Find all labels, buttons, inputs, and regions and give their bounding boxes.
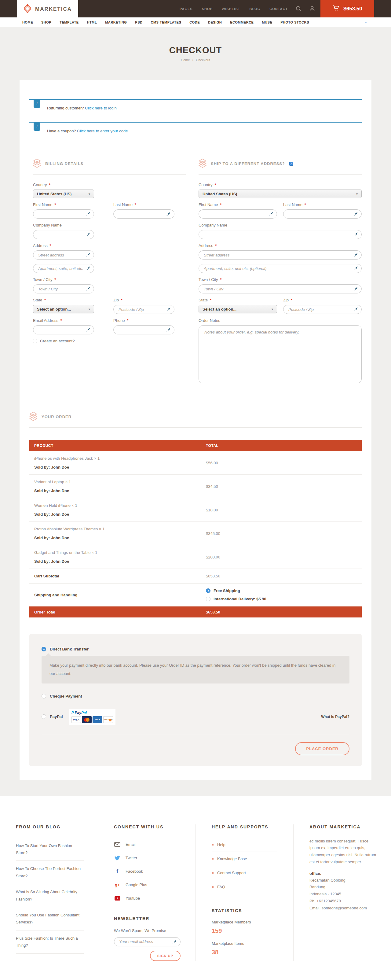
radio-icon[interactable] xyxy=(41,694,46,698)
billing-zip-input[interactable] xyxy=(113,305,175,314)
blog-link[interactable]: Plus Size Fashion: Is There Such a Thing… xyxy=(16,931,84,954)
autofill-icon xyxy=(353,266,358,271)
notice-link[interactable]: Click here to login xyxy=(85,106,116,110)
shipping-first-name-input[interactable] xyxy=(199,209,277,218)
payment-method-direct-bank-transfer[interactable]: Direct Bank Transfer xyxy=(41,647,350,651)
place-order-button[interactable]: PLACE ORDER xyxy=(295,742,350,755)
shipping-last-name-input[interactable] xyxy=(283,209,362,218)
billing-address2-input[interactable] xyxy=(33,264,94,273)
search-icon[interactable] xyxy=(296,6,302,12)
social-link-facebook[interactable]: fFacebook xyxy=(114,865,186,878)
footer-help-column: HELP AND SUPPORTS HelpKnowladge BaseCont… xyxy=(196,824,293,961)
field-label: Phone * xyxy=(113,318,175,323)
social-link-google-plus[interactable]: g+Google Plus xyxy=(114,878,186,892)
order-table: PRODUCTTOTALiPhone 5s with Headphones Ja… xyxy=(29,440,362,617)
billing-company-input[interactable] xyxy=(33,230,94,239)
order-notes-textarea[interactable] xyxy=(199,325,362,383)
shipping-city-input[interactable] xyxy=(199,284,362,293)
top-nav-item-shop[interactable]: SHOP xyxy=(202,7,213,11)
select-value: Select an option... xyxy=(37,307,71,312)
google-plus-icon: g+ xyxy=(114,883,121,887)
layers-icon xyxy=(29,412,37,422)
payment-method-cheque-payment[interactable]: Cheque Payment xyxy=(41,694,350,698)
required-asterisk: * xyxy=(214,243,217,248)
main-nav-item-shop[interactable]: SHOP xyxy=(41,21,51,24)
blog-link[interactable]: How To Choose The Perfect Fashion Store? xyxy=(16,861,84,884)
create-account-row[interactable]: Create an account? xyxy=(33,339,186,343)
social-link-twitter[interactable]: Twitter xyxy=(114,851,186,865)
main-nav-item-psd[interactable]: PSD xyxy=(135,21,142,24)
main-nav-item-home[interactable]: HOME xyxy=(22,21,33,24)
newsletter-email-input[interactable] xyxy=(114,937,181,947)
shipping-state-select[interactable]: Select an option...▾ xyxy=(199,305,277,313)
shipping-country-select[interactable]: United States (US)▾ xyxy=(199,189,362,198)
radio-icon[interactable] xyxy=(41,714,46,719)
shipping-company-input[interactable] xyxy=(199,230,362,239)
user-icon[interactable] xyxy=(310,6,315,12)
top-nav-item-blog[interactable]: BLOG xyxy=(249,7,260,11)
create-account-checkbox[interactable] xyxy=(33,339,37,343)
notice-link[interactable]: Click here to enter your code xyxy=(77,129,128,133)
shipping-address2-input[interactable] xyxy=(199,264,362,273)
shipping-zip-input[interactable] xyxy=(283,305,362,314)
product-cell: Variant of Laptop × 1Sold by: John Doe xyxy=(29,480,206,493)
main-nav-item-html[interactable]: HTML xyxy=(87,21,97,24)
shipping-address-input[interactable] xyxy=(199,250,362,259)
top-nav-item-wishlist[interactable]: WISHLIST xyxy=(222,7,240,11)
product-seller: Sold by: John Doe xyxy=(34,536,206,540)
column-product: PRODUCT xyxy=(29,444,206,448)
social-link-youtube[interactable]: Youtube xyxy=(114,892,186,905)
billing-country-select[interactable]: United States (US)▾ xyxy=(33,189,94,198)
signup-button[interactable]: SIGN UP xyxy=(150,951,181,961)
billing-last-name-input[interactable] xyxy=(113,209,175,218)
billing-city-input[interactable] xyxy=(33,284,94,293)
billing-phone-input[interactable] xyxy=(113,325,175,334)
ship-different-checkbox[interactable]: ✓ xyxy=(289,162,293,165)
main-nav-item-photo-stocks[interactable]: PHOTO STOCKS xyxy=(280,21,309,24)
billing-email-input[interactable] xyxy=(33,325,94,334)
blog-link[interactable]: How To Start Your Own Fashion Store? xyxy=(16,838,84,861)
brand-logo[interactable]: MARKETICA xyxy=(17,0,78,18)
product-seller: Sold by: John Doe xyxy=(34,465,206,469)
field-label: Last Name * xyxy=(113,202,175,207)
help-link-faq[interactable]: FAQ xyxy=(212,880,277,894)
radio-selected-icon[interactable] xyxy=(41,647,46,651)
form-row: Address * xyxy=(199,243,362,259)
cart-button[interactable]: $653.50 xyxy=(320,0,374,18)
shipping-option-international-delivery-5-90[interactable]: International Delivery: $5.90 xyxy=(206,597,362,601)
product-name: Gadget and Things on the Table × 1 xyxy=(34,550,206,555)
blog-link[interactable]: Should You Use Fashion Consultant Servic… xyxy=(16,907,84,931)
chevron-down-icon: ▾ xyxy=(89,192,90,196)
subtotal-label: Cart Subtotal xyxy=(29,574,206,578)
what-is-paypal-link[interactable]: What is PayPal? xyxy=(321,715,350,719)
autofill-icon xyxy=(166,307,171,312)
billing-first-name-input[interactable] xyxy=(33,209,94,218)
top-nav-item-pages[interactable]: PAGES xyxy=(180,7,193,11)
top-nav-item-contact[interactable]: CONTACT xyxy=(269,7,288,11)
blog-link[interactable]: What is So Alluring About Celebrity Fash… xyxy=(16,884,84,907)
billing-address-input[interactable] xyxy=(33,250,94,259)
main-nav-item-ecommerce[interactable]: ECOMMERCE xyxy=(230,21,254,24)
main-nav-item-code[interactable]: CODE xyxy=(189,21,200,24)
main-nav-item-marketing[interactable]: MARKETING xyxy=(105,21,127,24)
main-nav-item-template[interactable]: TEMPLATE xyxy=(60,21,78,24)
form-row: First Name *Last Name * xyxy=(33,202,186,218)
radio-selected-icon[interactable] xyxy=(206,589,210,593)
stat-value: 159 xyxy=(212,928,284,934)
help-link-knowladge-base[interactable]: Knowladge Base xyxy=(212,852,277,866)
payment-method-paypal[interactable]: PayPalP PayPalVISAAMEXDISCOVERWhat is Pa… xyxy=(41,709,350,725)
shipping-option-free-shipping[interactable]: Free Shipping xyxy=(206,589,362,593)
social-label: Email xyxy=(126,842,136,847)
autofill-icon xyxy=(353,253,358,258)
main-nav-item-design[interactable]: DESIGN xyxy=(208,21,222,24)
nav-expand-icon[interactable]: » xyxy=(364,20,367,24)
breadcrumb-home[interactable]: Home xyxy=(181,58,190,62)
main-nav-item-muse[interactable]: MUSE xyxy=(262,21,272,24)
help-link-contact-support[interactable]: Contact Support xyxy=(212,866,277,880)
social-link-email[interactable]: Email xyxy=(114,838,186,851)
field-label: First Name * xyxy=(33,202,94,207)
help-link-help[interactable]: Help xyxy=(212,838,277,852)
radio-icon[interactable] xyxy=(206,597,210,601)
billing-state-select[interactable]: Select an option...▾ xyxy=(33,305,94,313)
main-nav-item-cms-templates[interactable]: CMS TEMPLATES xyxy=(151,21,181,24)
